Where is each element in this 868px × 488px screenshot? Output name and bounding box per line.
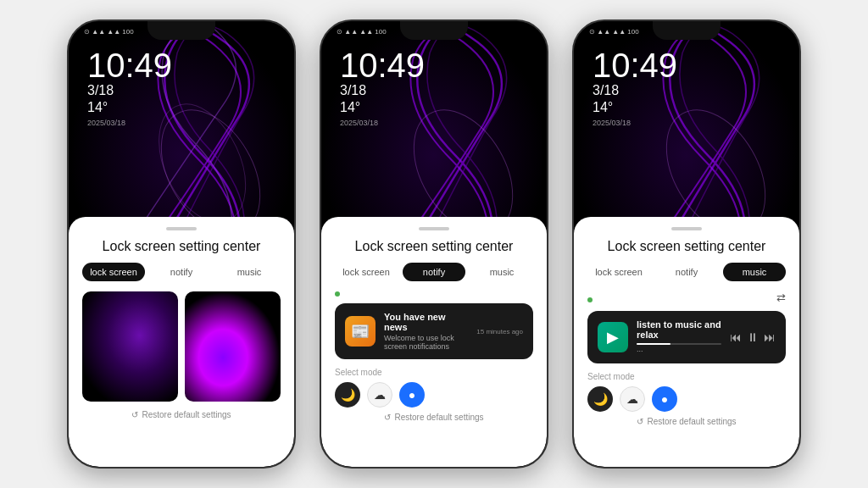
- small-date-2: 2025/03/18: [340, 119, 425, 127]
- small-date-1: 2025/03/18: [87, 119, 172, 127]
- notif-app-icon-2: 📰: [345, 316, 376, 347]
- tab-music-3[interactable]: music: [723, 263, 786, 281]
- green-dot-3: [587, 297, 593, 302]
- mode-section-3: Select mode 🌙 ☁ ●: [587, 372, 786, 412]
- tab-lock-screen-3[interactable]: lock screen: [587, 263, 650, 281]
- status-icons-2: ⊙ ▲▲ ▲▲ 100: [337, 28, 387, 36]
- wallpaper-thumb-2[interactable]: [185, 291, 281, 402]
- temp-display-2: 14°: [340, 100, 425, 115]
- phone-screen-3: ⊙ ▲▲ ▲▲ 100 10:49 3/18 14° 2025/03/18 Lo…: [574, 21, 799, 467]
- restore-button-2[interactable]: ↺ Restore default settings: [335, 413, 533, 422]
- tabs-3: lock screen notify music: [587, 263, 786, 281]
- wallpaper-grid-1: [82, 291, 281, 402]
- music-card-3: ▶ listen to music and relax ··· ⏮ ⏸ ⏭: [587, 311, 786, 363]
- skip-next-icon-3[interactable]: ⏭: [764, 330, 776, 344]
- phone-music: ⊙ ▲▲ ▲▲ 100 10:49 3/18 14° 2025/03/18 Lo…: [572, 19, 801, 469]
- restore-label-2: Restore default settings: [394, 413, 483, 422]
- mode-label-2: Select mode: [335, 368, 533, 377]
- temp-display-3: 14°: [593, 100, 677, 115]
- phone-lock-screen: ⊙ ▲▲ ▲▲ 100 10:49 3/18 14° 2025/03/18 Lo…: [67, 19, 296, 469]
- music-progress-fill-3: [637, 343, 670, 345]
- notif-title-2: You have new news: [384, 312, 468, 332]
- notif-sub-2: Welcome to use lock screen notifications: [384, 334, 468, 351]
- notif-content-2: You have new news Welcome to use lock sc…: [384, 312, 468, 351]
- notch-2: [400, 21, 468, 40]
- mode-options-2: 🌙 ☁ ●: [335, 382, 533, 408]
- bottom-sheet-2: Lock screen setting center lock screen n…: [321, 217, 547, 467]
- tab-notify-3[interactable]: notify: [655, 263, 718, 281]
- phones-container: ⊙ ▲▲ ▲▲ 100 10:49 3/18 14° 2025/03/18 Lo…: [50, 3, 818, 485]
- tab-notify-2[interactable]: notify: [403, 263, 465, 281]
- music-content-3: listen to music and relax ···: [637, 319, 721, 355]
- music-artist-3: ···: [637, 347, 721, 355]
- sheet-title-2: Lock screen setting center: [335, 239, 533, 254]
- restore-button-3[interactable]: ↺ Restore default settings: [587, 417, 786, 426]
- music-title-3: listen to music and relax: [637, 319, 721, 340]
- mode-blue-2[interactable]: ●: [399, 382, 425, 408]
- sheet-handle-2: [419, 227, 449, 230]
- mode-light-2[interactable]: ☁: [367, 382, 392, 408]
- transfer-icon-3[interactable]: ⇄: [776, 291, 786, 304]
- mode-dark-3[interactable]: 🌙: [587, 386, 613, 412]
- notification-card-2: 📰 You have new news Welcome to use lock …: [335, 303, 533, 359]
- restore-icon-2: ↺: [384, 413, 391, 422]
- mode-dark-2[interactable]: 🌙: [335, 382, 360, 408]
- restore-icon-3: ↺: [637, 417, 643, 426]
- notif-time-2: 15 minutes ago: [476, 328, 523, 336]
- restore-button-1[interactable]: ↺ Restore default settings: [82, 410, 281, 419]
- date-display-1: 3/18: [87, 82, 172, 100]
- tab-notify-1[interactable]: notify: [150, 263, 213, 281]
- time-display-2: 10:49: [340, 48, 425, 82]
- tab-lock-screen-1[interactable]: lock screen: [82, 263, 145, 281]
- play-icon-3[interactable]: ⏸: [747, 330, 759, 344]
- tabs-1: lock screen notify music: [82, 263, 281, 281]
- bottom-sheet-3: Lock screen setting center lock screen n…: [574, 217, 799, 467]
- time-display-3: 10:49: [593, 48, 677, 82]
- lock-time-1: 10:49 3/18 14° 2025/03/18: [87, 48, 172, 127]
- restore-label-3: Restore default settings: [647, 417, 736, 426]
- sheet-handle-3: [671, 227, 702, 230]
- music-art-3: ▶: [598, 322, 628, 352]
- mode-light-3[interactable]: ☁: [620, 386, 645, 412]
- notch-1: [147, 21, 215, 40]
- music-controls-3: ⏮ ⏸ ⏭: [730, 330, 776, 344]
- bottom-sheet-1: Lock screen setting center lock screen n…: [69, 217, 294, 467]
- notch-3: [653, 21, 721, 40]
- green-dot-2: [335, 291, 340, 297]
- tab-music-1[interactable]: music: [218, 263, 281, 281]
- time-display-1: 10:49: [87, 48, 172, 82]
- sheet-handle-1: [166, 227, 197, 230]
- mode-options-3: 🌙 ☁ ●: [587, 386, 786, 412]
- sheet-title-1: Lock screen setting center: [82, 239, 281, 254]
- mode-label-3: Select mode: [587, 372, 786, 381]
- wallpaper-thumb-1[interactable]: [82, 291, 178, 402]
- tabs-2: lock screen notify music: [335, 263, 533, 281]
- tab-music-2[interactable]: music: [470, 263, 533, 281]
- lock-time-2: 10:49 3/18 14° 2025/03/18: [340, 48, 425, 127]
- temp-display-1: 14°: [87, 100, 172, 115]
- lock-time-3: 10:49 3/18 14° 2025/03/18: [593, 48, 677, 127]
- status-icons-1: ⊙ ▲▲ ▲▲ 100: [84, 28, 134, 36]
- small-date-3: 2025/03/18: [593, 119, 677, 127]
- skip-prev-icon-3[interactable]: ⏮: [730, 330, 742, 344]
- sheet-title-3: Lock screen setting center: [587, 239, 786, 254]
- mode-blue-3[interactable]: ●: [652, 386, 677, 412]
- phone-screen-2: ⊙ ▲▲ ▲▲ 100 10:49 3/18 14° 2025/03/18 Lo…: [321, 21, 547, 467]
- phone-notify: ⊙ ▲▲ ▲▲ 100 10:49 3/18 14° 2025/03/18 Lo…: [320, 19, 548, 469]
- status-icons-3: ⊙ ▲▲ ▲▲ 100: [589, 28, 639, 36]
- phone-screen-1: ⊙ ▲▲ ▲▲ 100 10:49 3/18 14° 2025/03/18 Lo…: [69, 21, 294, 467]
- date-display-3: 3/18: [593, 82, 677, 100]
- mode-section-2: Select mode 🌙 ☁ ●: [335, 368, 533, 408]
- tab-lock-screen-2[interactable]: lock screen: [335, 263, 398, 281]
- restore-label-1: Restore default settings: [142, 410, 231, 419]
- date-display-2: 3/18: [340, 82, 425, 100]
- music-progress-3: [637, 343, 721, 345]
- restore-icon-1: ↺: [131, 410, 138, 419]
